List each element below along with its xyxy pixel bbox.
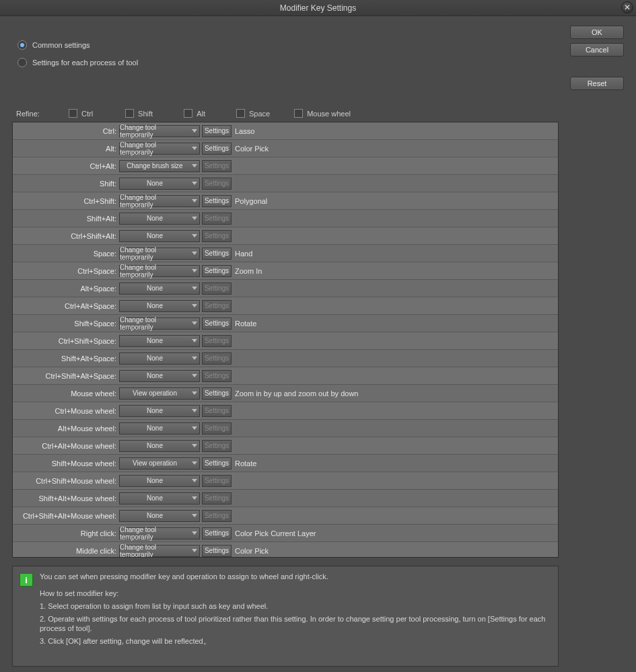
settings-button: Settings xyxy=(202,475,232,487)
operation-dropdown[interactable]: None xyxy=(119,405,200,417)
operation-dropdown[interactable]: Change tool temporarily xyxy=(119,265,200,277)
info-line: 2. Operate with settings for each proces… xyxy=(40,614,551,634)
operation-dropdown[interactable]: None xyxy=(119,178,200,190)
chevron-down-icon xyxy=(192,444,197,447)
info-line: 3. Click [OK] after setting, change will… xyxy=(40,636,551,646)
dialog-buttons: OK Cancel Reset xyxy=(570,26,624,90)
chevron-down-icon xyxy=(192,182,197,185)
refine-alt-checkbox[interactable] xyxy=(184,109,192,118)
info-text: You can set when pressing modifier key a… xyxy=(40,572,551,650)
operation-dropdown[interactable]: None xyxy=(119,510,200,522)
table-row: Alt+Space:NoneSettings xyxy=(13,280,558,297)
operation-dropdown[interactable]: None xyxy=(119,352,200,365)
operation-dropdown[interactable]: None xyxy=(119,300,200,312)
modifier-key-label: Ctrl+Shift+Alt: xyxy=(13,232,119,240)
chevron-down-icon xyxy=(192,357,197,360)
settings-button[interactable]: Settings xyxy=(202,318,232,330)
settings-button[interactable]: Settings xyxy=(202,457,232,470)
info-icon: i xyxy=(20,573,33,587)
operation-dropdown[interactable]: None xyxy=(119,335,200,347)
settings-mode-group: Common settings Settings for each proces… xyxy=(17,36,624,71)
settings-button[interactable]: Settings xyxy=(202,387,232,400)
settings-button[interactable]: Settings xyxy=(202,527,232,539)
table-row: Ctrl+Alt+Mouse wheel:NoneSettings xyxy=(13,437,558,455)
operation-dropdown[interactable]: None xyxy=(119,370,200,382)
settings-button[interactable]: Settings xyxy=(202,143,232,155)
refine-ctrl-checkbox[interactable] xyxy=(69,109,77,118)
operation-dropdown[interactable]: Change brush size xyxy=(119,160,200,172)
table-row: Alt:Change tool temporarilySettingsColor… xyxy=(13,140,558,157)
modifier-table[interactable]: Ctrl:Change tool temporarilySettingsLass… xyxy=(12,122,559,558)
info-line: You can set when pressing modifier key a… xyxy=(40,572,551,582)
modifier-key-label: Ctrl+Mouse wheel: xyxy=(13,407,119,415)
settings-button[interactable]: Settings xyxy=(202,125,232,137)
modifier-key-label: Alt+Mouse wheel: xyxy=(13,424,119,433)
operation-description: Color Pick xyxy=(235,145,269,153)
modifier-key-label: Shift: xyxy=(13,180,119,188)
modifier-key-label: Ctrl+Shift: xyxy=(13,197,119,205)
settings-button[interactable]: Settings xyxy=(202,248,232,260)
chevron-down-icon xyxy=(192,391,197,395)
chevron-down-icon xyxy=(192,287,197,290)
chevron-down-icon xyxy=(192,199,197,202)
operation-dropdown[interactable]: Change tool temporarily xyxy=(119,527,200,539)
operation-dropdown[interactable]: Change tool temporarily xyxy=(119,318,200,330)
operation-description: Hand xyxy=(235,250,252,258)
chevron-down-icon xyxy=(192,304,197,307)
table-row: Shift+Space:Change tool temporarilySetti… xyxy=(13,315,558,332)
modifier-key-label: Ctrl+Alt+Mouse wheel: xyxy=(13,442,119,450)
refine-label: Refine: xyxy=(16,110,57,118)
modifier-key-label: Ctrl+Space: xyxy=(13,267,119,275)
operation-dropdown[interactable]: View operation xyxy=(119,387,200,400)
operation-dropdown[interactable]: View operation xyxy=(119,457,200,470)
chevron-down-icon xyxy=(192,409,197,412)
table-row: Ctrl+Shift+Alt+Space:NoneSettings xyxy=(13,367,558,385)
operation-dropdown[interactable]: Change tool temporarily xyxy=(119,143,200,155)
operation-dropdown[interactable]: Change tool temporarily xyxy=(119,195,200,207)
settings-button[interactable]: Settings xyxy=(202,265,232,277)
ok-button[interactable]: OK xyxy=(570,26,624,39)
chevron-down-icon xyxy=(192,374,197,377)
settings-button: Settings xyxy=(202,492,232,505)
modifier-key-label: Alt+Space: xyxy=(13,285,119,293)
settings-button: Settings xyxy=(202,300,232,312)
refine-space-label: Space xyxy=(249,110,270,118)
modifier-key-label: Shift+Alt+Space: xyxy=(13,354,119,363)
operation-dropdown[interactable]: None xyxy=(119,283,200,295)
chevron-down-icon xyxy=(192,252,197,255)
modifier-key-label: Ctrl+Shift+Mouse wheel: xyxy=(13,477,119,485)
operation-dropdown[interactable]: None xyxy=(119,475,200,487)
table-row: Shift:NoneSettings xyxy=(13,175,558,192)
table-row: Ctrl+Shift:Change tool temporarilySettin… xyxy=(13,192,558,210)
operation-dropdown[interactable]: None xyxy=(119,492,200,505)
settings-button[interactable]: Settings xyxy=(202,195,232,207)
table-row: Ctrl+Shift+Alt:NoneSettings xyxy=(13,227,558,245)
settings-button: Settings xyxy=(202,370,232,382)
radio-common-settings[interactable] xyxy=(17,40,27,50)
radio-per-tool-settings[interactable] xyxy=(17,58,27,67)
settings-button: Settings xyxy=(202,405,232,417)
operation-dropdown[interactable]: None xyxy=(119,230,200,242)
operation-dropdown[interactable]: Change tool temporarily xyxy=(119,545,200,557)
cancel-button[interactable]: Cancel xyxy=(570,43,624,57)
close-icon[interactable]: ✕ xyxy=(621,1,633,13)
operation-description: Rotate xyxy=(235,320,256,328)
operation-dropdown[interactable]: Change tool temporarily xyxy=(119,125,200,137)
table-row: Shift+Alt+Mouse wheel:NoneSettings xyxy=(13,490,558,507)
modifier-key-label: Shift+Alt: xyxy=(13,215,119,223)
settings-button: Settings xyxy=(202,178,232,190)
chevron-down-icon xyxy=(192,479,197,482)
table-row: Middle click:Change tool temporarilySett… xyxy=(13,542,558,558)
reset-button[interactable]: Reset xyxy=(570,77,624,90)
operation-dropdown[interactable]: Change tool temporarily xyxy=(119,248,200,260)
settings-button: Settings xyxy=(202,213,232,225)
operation-dropdown[interactable]: None xyxy=(119,422,200,435)
refine-filter-row: Refine: Ctrl Shift Alt Space Mouse wheel xyxy=(12,109,624,118)
refine-space-checkbox[interactable] xyxy=(236,109,245,118)
operation-dropdown[interactable]: None xyxy=(119,213,200,225)
settings-button[interactable]: Settings xyxy=(202,545,232,557)
refine-shift-checkbox[interactable] xyxy=(125,109,134,118)
operation-dropdown[interactable]: None xyxy=(119,440,200,452)
refine-wheel-checkbox[interactable] xyxy=(294,109,303,118)
table-row: Ctrl+Shift+Mouse wheel:NoneSettings xyxy=(13,472,558,490)
